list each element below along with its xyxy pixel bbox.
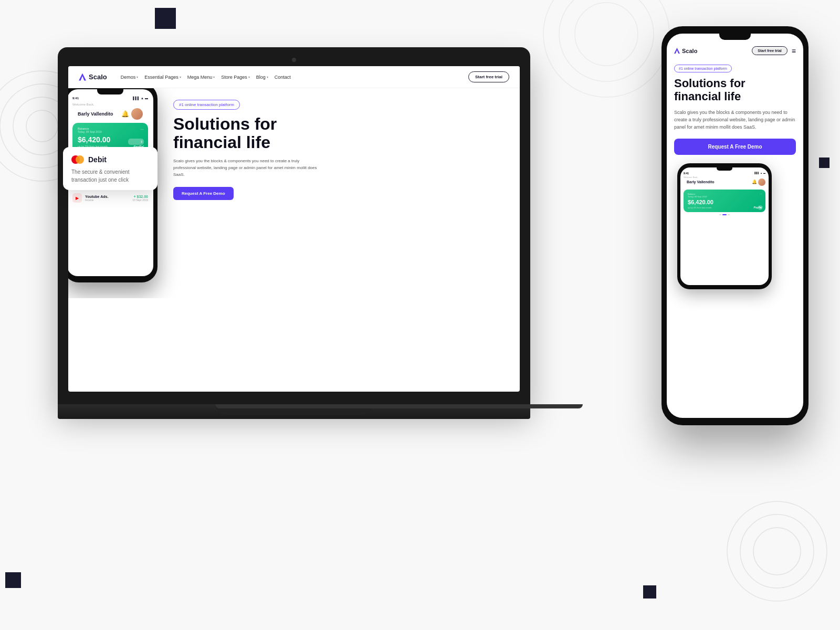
mini-card-indicators [680,214,769,215]
standalone-nav: Scalo Start free trial ≡ [667,40,803,58]
standalone-hero-title: Solutions for financial life [674,77,796,103]
mini-dot-active [722,214,727,215]
chevron-down-icon: ▾ [136,75,138,79]
nav-store[interactable]: Store Pages ▾ [221,75,250,80]
deco-square-1 [155,8,176,29]
mini-card-small: $ [758,205,762,210]
battery-icon: ▬ [145,97,148,100]
circles-topright-deco [541,0,672,100]
website-nav: Scalo Demos ▾ Essential Pages ▾ Mega Men… [68,66,520,88]
nav-logo: Scalo [79,73,107,81]
trans-sub: Income [85,198,129,202]
nav-blog[interactable]: Blog ▾ [256,75,268,80]
phone-standalone-screen: Scalo Start free trial ≡ #1 online trans… [667,34,803,418]
request-demo-button-laptop[interactable]: Request A Free Demo [173,187,234,200]
standalone-logo: Scalo [674,48,748,54]
trans-name: Youtube Ads. [85,195,129,198]
mini-battery-icon: ▬ [763,172,765,175]
nav-links: Demos ▾ Essential Pages ▾ Mega Menu ▾ [121,75,460,80]
mini-phone-container: 9:41 ▌▌▌ ▲ ▬ Welcome Back, Barly Vallend… [667,163,803,289]
hero-description: Scalo gives you the blocks & components … [173,158,320,178]
status-icons: ▌▌▌ ▲ ▬ [133,97,148,100]
balance-date: Today, 08 Sept 2019 [78,130,143,133]
mini-bell-icon: 🔔 [752,180,757,184]
standalone-start-trial-button[interactable]: Start free trial [752,46,788,55]
mc-right-circle [76,155,84,164]
small-balance-card: $ [128,139,144,145]
circles-right-deco [724,499,830,604]
mini-dot [719,214,721,215]
svg-point-4 [727,501,827,601]
nav-demos[interactable]: Demos ▾ [121,75,139,80]
mini-dot [728,214,730,215]
deco-square-2 [5,572,21,588]
standalone-hero: #1 online transaction platform Solutions… [667,58,803,159]
mini-status-bar: 9:41 ▌▌▌ ▲ ▬ [680,171,769,176]
deco-square-4 [819,158,830,168]
mini-status-icons: ▌▌▌ ▲ ▬ [755,172,765,175]
svg-point-7 [543,0,669,97]
chevron-down-icon: ▾ [267,75,268,79]
nav-essential[interactable]: Essential Pages ▾ [144,75,181,80]
laptop-foot [215,404,583,408]
laptop-base [58,404,530,419]
mini-avatar [758,178,765,186]
trans-info: Youtube Ads. Income [85,195,129,202]
phone-avatar-row: Barly Vallendito 🔔 [68,108,153,123]
svg-point-3 [26,110,58,142]
laptop-camera [292,58,296,62]
phone-time: 9:41 [72,97,79,100]
mini-balance-amount: $6,420.00 [688,199,761,205]
trans-amount: + $32.00 [132,195,148,198]
laptop-screen: Scalo Demos ▾ Essential Pages ▾ Mega Men… [68,66,520,392]
standalone-hero-description: Scalo gives you the blocks & components … [674,109,796,131]
avatar [131,108,143,120]
phone-notch [97,89,123,94]
nav-megamenu[interactable]: Mega Menu ▾ [187,75,215,80]
hamburger-icon[interactable]: ≡ [792,47,796,55]
brand-name: Scalo [89,73,107,81]
mini-time: 9:41 [684,172,689,175]
mini-balance-date: Today, 08 Sept 2019 [688,195,761,198]
mini-phone: 9:41 ▌▌▌ ▲ ▬ Welcome Back, Barly Vallend… [677,163,772,289]
standalone-logo-icon [674,48,680,54]
chevron-down-icon: ▾ [213,75,215,79]
phone-standalone: Scalo Start free trial ≡ #1 online trans… [662,26,808,425]
phone-status-bar: 9:41 ▌▌▌ ▲ ▬ [68,94,153,101]
laptop-body: Scalo Demos ▾ Essential Pages ▾ Mega Men… [58,47,530,404]
transaction-item-youtube: ▶ Youtube Ads. Income + $32.00 10 Sept 2… [72,193,148,203]
mini-phone-screen: 9:41 ▌▌▌ ▲ ▬ Welcome Back, Barly Vallend… [680,167,769,285]
hero-badge: #1 online transaction platform [173,100,240,110]
request-demo-button-standalone[interactable]: Request A Free Demo [674,139,796,155]
phone-welcome-text: Welcome Back, [68,101,153,108]
phone-user-name: Barly Vallendito [72,111,119,117]
debit-tooltip-card: Debit The secure & convenient transactio… [63,147,158,190]
website-hero: 9:41 ▌▌▌ ▲ ▬ Welcome Back, Barly Vallend… [68,88,520,298]
svg-point-9 [575,3,638,66]
mastercard-icon [71,153,84,166]
mini-menu-dots: ··· [760,192,762,195]
nav-contact[interactable]: Contact [275,75,291,80]
hero-title: Solutions for financial life [173,115,509,152]
start-free-trial-button[interactable]: Start free trial [468,71,509,82]
signal-icon: ▌▌▌ [133,97,140,100]
mini-wifi-icon: ▲ [760,172,762,175]
balance-menu-dots: ··· [140,127,144,132]
deco-square-3 [643,585,656,598]
mini-balance-change: up by 2% from last month [688,206,761,209]
trans-date: 10 Sept 2019 [132,198,148,202]
standalone-notch [719,34,751,40]
svg-point-8 [559,0,654,81]
chevron-down-icon: ▾ [248,75,250,79]
laptop-stand [215,404,373,415]
main-container: Scalo Demos ▾ Essential Pages ▾ Mega Men… [0,0,840,630]
wifi-icon: ▲ [141,97,144,100]
standalone-brand-name: Scalo [682,48,697,54]
trans-amount-col: + $32.00 10 Sept 2019 [132,195,148,202]
bell-icon: 🔔 [121,110,129,118]
debit-description: The secure & convenient transaction just… [71,168,149,184]
mini-balance-card: Balance Today, 08 Sept 2019 $6,420.00 up… [684,190,765,212]
youtube-icon: ▶ [72,193,82,203]
svg-point-6 [753,528,801,575]
laptop-mockup: Scalo Demos ▾ Essential Pages ▾ Mega Men… [58,47,530,446]
